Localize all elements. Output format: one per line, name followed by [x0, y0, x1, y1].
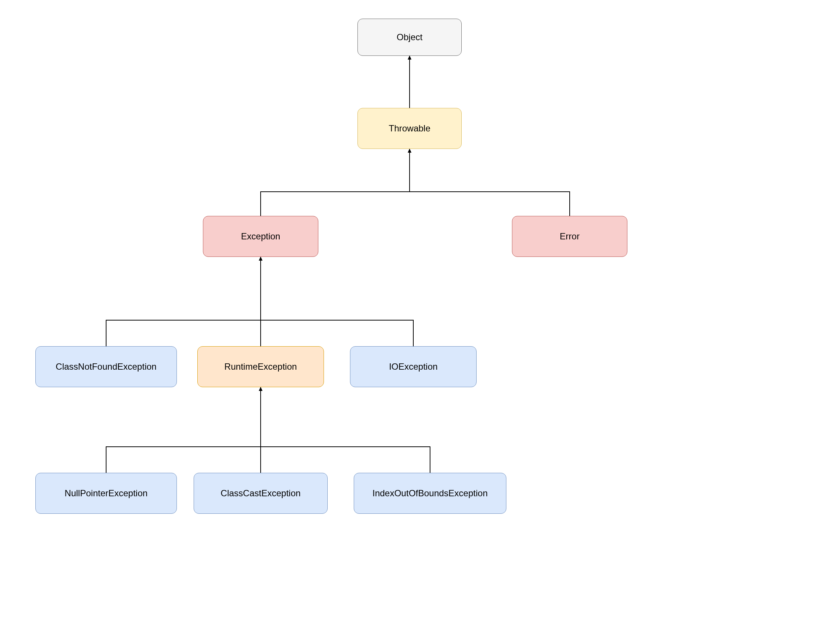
node-exception: Exception: [203, 216, 318, 257]
edges-layer: [0, 0, 840, 618]
node-label: Error: [560, 231, 579, 242]
edge-ioexception-exception: [261, 320, 413, 346]
node-ioexception: IOException: [350, 346, 477, 387]
node-runtimeexception: RuntimeException: [197, 346, 324, 387]
node-label: IOException: [389, 361, 438, 372]
node-error: Error: [512, 216, 627, 257]
node-object: Object: [357, 19, 462, 56]
node-label: Object: [397, 32, 422, 42]
node-label: IndexOutOfBoundsException: [372, 488, 488, 499]
edge-classnotfound-exception: [106, 257, 261, 346]
edge-nullpointer-runtime: [106, 387, 261, 473]
node-classcastexception: ClassCastException: [193, 473, 328, 514]
node-label: ClassCastException: [221, 488, 301, 499]
edge-exception-throwable: [261, 149, 410, 216]
node-label: RuntimeException: [224, 361, 297, 372]
node-nullpointerexception: NullPointerException: [36, 473, 177, 514]
node-indexoutofboundsexception: IndexOutOfBoundsException: [354, 473, 506, 514]
node-label: Throwable: [389, 123, 430, 134]
node-classnotfoundexception: ClassNotFoundException: [36, 346, 177, 387]
edge-error-throwable: [410, 192, 570, 216]
node-label: Exception: [241, 231, 280, 242]
node-throwable: Throwable: [357, 108, 462, 149]
edge-indexoob-runtime: [261, 447, 430, 473]
node-label: ClassNotFoundException: [56, 361, 157, 372]
diagram-canvas: Object Throwable Exception Error ClassNo…: [0, 0, 840, 618]
node-label: NullPointerException: [65, 488, 148, 499]
